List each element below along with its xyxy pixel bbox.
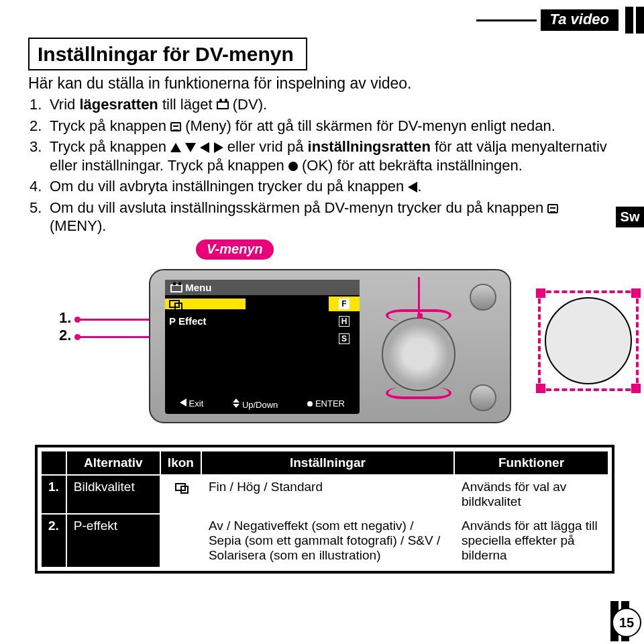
table-row: 2. P-effekt Av / Negativeffekt (som ett … [41, 514, 608, 568]
badge-h: H [339, 316, 350, 327]
camera-icon [217, 101, 229, 109]
menu-icon [170, 122, 181, 131]
label-2: 2. [59, 327, 71, 344]
step-1: Vrid lägesratten till läget (DV). [30, 95, 617, 114]
lcd-enter: ENTER [315, 398, 345, 409]
page-number-value: 15 [612, 608, 641, 637]
lead-text: Här kan du ställa in funktionerna för in… [28, 74, 617, 93]
header-banner-text: Ta video [550, 11, 609, 28]
camera-button [470, 284, 496, 311]
down-icon [185, 143, 196, 152]
lcd-exit: Exit [189, 398, 204, 409]
mode-dial-highlight [538, 290, 639, 391]
back-icon [408, 182, 417, 193]
section-title: Inställningar för DV-menyn [28, 38, 307, 70]
ok-dot-icon [288, 162, 298, 171]
lcd-updown: Up/Down [242, 400, 278, 410]
up-icon [170, 143, 181, 152]
settings-table: Alternativ Ikon Inställningar Funktioner… [35, 445, 614, 574]
menu-icon [547, 204, 558, 213]
right-icon [214, 142, 223, 153]
left-icon [200, 142, 209, 153]
mode-dial [545, 297, 632, 384]
vmenyn-label: V-menyn [196, 239, 274, 260]
quality-icon [175, 483, 186, 491]
camera-button [470, 384, 496, 411]
step-5: Om du vill avsluta inställningsskärmen p… [30, 199, 617, 235]
language-tab: Sw [616, 207, 644, 227]
step-3: Tryck på knappen eller vrid på inställni… [30, 138, 617, 174]
lcd-title: Menu [185, 282, 211, 293]
th-installningar: Inställningar [201, 451, 454, 475]
page-number: 15 [610, 601, 641, 641]
instruction-list: Vrid lägesratten till läget (DV). Tryck … [28, 95, 617, 235]
camera-dpad [382, 317, 455, 391]
badge-s: S [339, 333, 350, 344]
camera-illustration: 1. 2. Menu F P EffectH S Exit Up/Down EN… [28, 264, 617, 431]
badge-f: F [339, 299, 349, 309]
header-banner: Ta video [476, 7, 644, 34]
lcd-camera-icon [170, 284, 182, 292]
table-row: 1. Bildkvalitet Fin / Hög / Standard Anv… [41, 475, 608, 514]
th-alternativ: Alternativ [66, 451, 160, 475]
quality-icon [169, 300, 180, 308]
step-2: Tryck på knappen (Meny) för att gå till … [30, 117, 617, 136]
step-4: Om du vill avbryta inställningen trycker… [30, 177, 617, 196]
camera-lcd: Menu F P EffectH S Exit Up/Down ENTER [165, 280, 360, 414]
th-funktioner: Funktioner [454, 451, 608, 475]
th-ikon: Ikon [160, 451, 201, 475]
label-1: 1. [59, 309, 71, 327]
